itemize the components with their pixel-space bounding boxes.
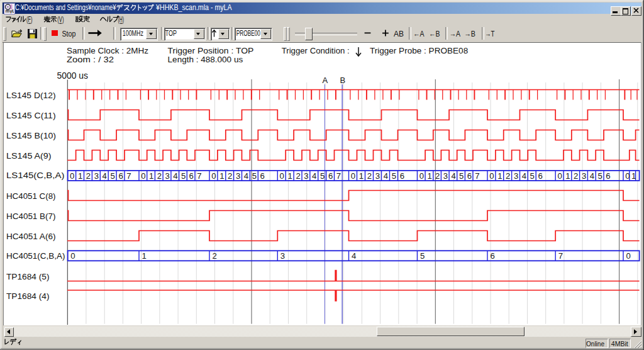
svg-text:LS145 B(10): LS145 B(10) (6, 131, 56, 140)
svg-text:3: 3 (165, 171, 169, 181)
svg-text:1: 1 (149, 171, 153, 181)
svg-text:6: 6 (467, 171, 472, 181)
svg-text:2: 2 (574, 171, 578, 181)
svg-text:3: 3 (94, 171, 99, 181)
svg-text:Trigger Probe : PROBE08: Trigger Probe : PROBE08 (370, 47, 468, 55)
svg-text:PROBE00: PROBE00 (236, 29, 261, 38)
svg-text:Trigger Condition :: Trigger Condition : (282, 47, 350, 55)
svg-text:6: 6 (260, 171, 265, 181)
svg-text:2: 2 (435, 171, 440, 181)
svg-text:LS145 C(11): LS145 C(11) (6, 111, 56, 120)
svg-text:HC4051 A(6): HC4051 A(6) (6, 232, 56, 241)
svg-text:3: 3 (280, 251, 285, 261)
svg-text:6: 6 (491, 251, 495, 261)
svg-text:4: 4 (590, 171, 594, 181)
svg-text:2: 2 (86, 171, 91, 181)
svg-text:LS145 D(12): LS145 D(12) (6, 91, 56, 100)
svg-text:3: 3 (375, 171, 380, 181)
svg-text:A: A (323, 76, 328, 85)
svg-text:5: 5 (181, 171, 186, 181)
svg-text:3: 3 (514, 171, 518, 181)
svg-text:7: 7 (336, 171, 341, 181)
svg-text:5: 5 (320, 171, 325, 181)
svg-text:AB: AB (394, 29, 404, 38)
svg-text:→A: →A (450, 29, 461, 38)
svg-text:→T: →T (485, 29, 495, 38)
svg-text:LS145 A(9): LS145 A(9) (6, 151, 52, 161)
svg-text:1: 1 (427, 171, 431, 181)
svg-text:5000 us: 5000 us (57, 71, 89, 81)
svg-text:Length : 488.000 us: Length : 488.000 us (168, 55, 243, 64)
svg-text:0: 0 (419, 171, 424, 181)
svg-text:HC4051 C(8): HC4051 C(8) (6, 191, 56, 201)
svg-text:HC4051 B(7): HC4051 B(7) (6, 212, 56, 221)
svg-text:→B: →B (464, 29, 475, 38)
svg-text:4: 4 (352, 251, 356, 261)
svg-text:5: 5 (598, 171, 602, 181)
svg-text:2: 2 (296, 171, 300, 181)
svg-text:(F): (F) (26, 15, 33, 24)
svg-text:¥HHKB_scan.mla - myLA: ¥HHKB_scan.mla - myLA (155, 3, 231, 12)
svg-text:4: 4 (522, 171, 526, 181)
svg-text:1: 1 (359, 171, 364, 181)
svg-text:(H): (H) (118, 15, 125, 24)
svg-text:1: 1 (497, 171, 502, 181)
svg-text:4: 4 (103, 171, 107, 181)
svg-text:Zoom : / 32: Zoom : / 32 (67, 55, 114, 64)
svg-text:1: 1 (631, 171, 636, 181)
svg-text:5: 5 (530, 171, 535, 181)
svg-text:5: 5 (420, 251, 425, 261)
svg-text:5: 5 (392, 171, 396, 181)
svg-text:C:¥Documents and Settings¥nona: C:¥Documents and Settings¥noname¥ (15, 3, 116, 12)
svg-text:Online: Online (586, 340, 604, 347)
svg-text:4: 4 (173, 171, 177, 181)
svg-text:TP1684 (4): TP1684 (4) (6, 291, 50, 301)
svg-text:←B: ←B (429, 29, 440, 38)
svg-text:0: 0 (626, 251, 631, 261)
svg-text:1: 1 (78, 171, 82, 181)
svg-text:LS145(C,B,A): LS145(C,B,A) (6, 171, 65, 180)
svg-text:7: 7 (197, 171, 201, 181)
svg-text:B: B (340, 76, 346, 85)
svg-text:6: 6 (328, 171, 333, 181)
svg-text:0: 0 (351, 171, 355, 181)
svg-text:3: 3 (236, 171, 240, 181)
svg-text:TP1684 (5): TP1684 (5) (6, 272, 50, 281)
svg-text:2: 2 (228, 171, 232, 181)
svg-text:1: 1 (288, 171, 292, 181)
svg-text:6: 6 (118, 171, 123, 181)
svg-text:3: 3 (304, 171, 308, 181)
svg-text:←A: ←A (413, 29, 425, 38)
svg-text:0: 0 (70, 171, 74, 181)
svg-text:(V): (V) (57, 15, 64, 24)
svg-text:4: 4 (244, 171, 248, 181)
svg-text:4: 4 (451, 171, 455, 181)
svg-text:0: 0 (558, 171, 562, 181)
svg-text:3: 3 (582, 171, 586, 181)
svg-text:7: 7 (475, 171, 479, 181)
svg-text:7: 7 (126, 171, 131, 181)
svg-text:4MBit: 4MBit (611, 340, 629, 347)
svg-text:3: 3 (443, 171, 448, 181)
svg-text:4: 4 (384, 171, 388, 181)
svg-text:2: 2 (213, 251, 217, 261)
svg-text:5: 5 (111, 171, 115, 181)
svg-text:Sample Clock : 2MHz: Sample Clock : 2MHz (67, 47, 148, 55)
svg-text:0: 0 (280, 171, 284, 181)
svg-text:100MHz: 100MHz (123, 29, 143, 38)
svg-text:6: 6 (606, 171, 610, 181)
svg-text:7: 7 (558, 251, 563, 261)
svg-text:2: 2 (367, 171, 372, 181)
svg-text:6: 6 (538, 171, 543, 181)
svg-text:Stop: Stop (62, 29, 76, 38)
svg-text:0: 0 (625, 171, 630, 181)
svg-text:HC4051(C,B,A): HC4051(C,B,A) (6, 251, 65, 261)
svg-text:TOP: TOP (165, 29, 177, 38)
svg-text:2: 2 (157, 171, 162, 181)
svg-text:5: 5 (252, 171, 257, 181)
svg-text:0: 0 (70, 251, 75, 261)
svg-text:2: 2 (506, 171, 510, 181)
svg-text:1: 1 (565, 171, 570, 181)
svg-text:0: 0 (489, 171, 494, 181)
svg-text:1: 1 (219, 171, 224, 181)
